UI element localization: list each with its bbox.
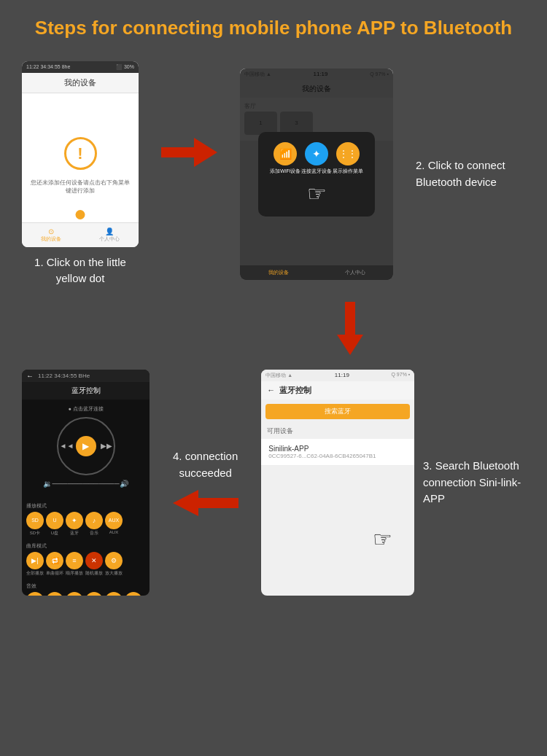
eq-shuffle-icon: ✕ [85, 552, 103, 569]
music-icon: ♪ [85, 512, 103, 529]
mode-icons-row: SD SD卡 U U盘 ✦ 蓝牙 ♪ 音乐 [26, 512, 145, 537]
arrow-down [175, 295, 525, 362]
mode-label-music: 音乐 [90, 530, 98, 537]
device-name: Sinilink-APP [268, 445, 407, 453]
step2-area: 2. Click to connect Bluetooth device [416, 157, 525, 190]
mode-label-aux: AUX [109, 530, 118, 534]
mode-label-bt: 蓝牙 [70, 530, 79, 537]
arrow-down-body [345, 302, 355, 335]
eq-all-icon: ▶| [26, 552, 44, 569]
eq-section: 曲库模式 ▶| 全部播放 🔁 单曲循环 ≡ 顺序播放 ✕ [22, 539, 150, 580]
music-player: ● 点击蓝牙连接 ◄◄ ▶ ▶▶ 🔉─────────────🔊 [22, 400, 150, 499]
footer-user-center: 👤 个人中心 [99, 227, 120, 243]
exclamation-icon: ! [64, 137, 97, 170]
tone-normal-icon: ⊙ [26, 592, 44, 596]
screen4-header: 中国移动 ▲ 11:19 Q 97% ▪ [261, 370, 414, 381]
udisk-icon: U [46, 512, 63, 529]
tone-classic[interactable]: ♩ 古典 [85, 592, 103, 596]
eq-label: 曲库模式 [26, 542, 145, 550]
eq-single-icon: 🔁 [46, 552, 63, 569]
arrow-down-head [337, 335, 363, 355]
screen1-status-left: 11:22 34:34:55 8he [26, 64, 70, 70]
eq-zoom-icon: ⚙ [105, 552, 123, 569]
screen1-status-right: ⬛ 30% [116, 64, 134, 70]
volume-controls: 🔉─────────────🔊 [28, 480, 144, 488]
step4-area: 4. connection succeeded [158, 448, 253, 516]
tone-active[interactable]: ⚡ 活泼 [66, 592, 83, 596]
device-list-item[interactable]: Sinilink-APP 0CC99527-6...C62-04A8-6CB42… [261, 439, 414, 466]
screen-step4: ← 11:22 34:34:55 BHe 蓝牙控制 ● 点击蓝牙连接 ◄◄ ▶ … [22, 370, 150, 596]
tone-jazz[interactable]: 🎷 爵士 [105, 592, 123, 596]
tone-normal[interactable]: ⊙ 正常 [26, 592, 44, 596]
play-button[interactable]: ▶ [76, 436, 96, 456]
wifi-icon: 📶 [274, 142, 297, 165]
eq-seq-icon: ≡ [66, 552, 83, 569]
bt-mode-icon: ✦ [66, 512, 83, 529]
eq-icons-row: ▶| 全部播放 🔁 单曲循环 ≡ 顺序播放 ✕ 随机播放 [26, 552, 145, 577]
popup-footer: 我的设备 个人中心 [240, 265, 393, 280]
arrow-left [173, 490, 238, 516]
screen-step1: 11:22 34:34:55 8he ⬛ 30% 我的设备 ! 您还未添加任何设… [22, 61, 139, 247]
step4-label: 4. connection succeeded [158, 448, 253, 481]
mode-item-music[interactable]: ♪ 音乐 [85, 512, 103, 537]
scan-button[interactable]: 搜索蓝牙 [265, 404, 410, 419]
popup-icons-row: 📶 添加WiFi设备 ✦ 连接蓝牙设备 ⋮⋮ [270, 142, 363, 175]
screen4-nav-title: 蓝牙控制 [279, 385, 311, 396]
eq-item-single[interactable]: 🔁 单曲循环 [46, 552, 63, 577]
mode-item-udisk[interactable]: U U盘 [46, 512, 63, 537]
popup-menu-overlay: 📶 添加WiFi设备 ✦ 连接蓝牙设备 ⋮⋮ [240, 69, 393, 280]
screen1-footer: ⊙ 我的设备 👤 个人中心 [22, 222, 139, 247]
hand-cursor-2: ☞ [270, 181, 363, 206]
popup-wifi-label: 添加WiFi设备 [270, 168, 300, 175]
eq-item-seq[interactable]: ≡ 顺序播放 [66, 552, 83, 577]
tone-active-icon: ⚡ [66, 592, 83, 596]
page-title: Steps for connecting mobile phone APP to… [0, 0, 547, 54]
tone-pop-icon: ♬ [46, 592, 63, 596]
screen4-nav: ← 蓝牙控制 [261, 381, 414, 400]
mode-item-bt[interactable]: ✦ 蓝牙 [66, 512, 83, 537]
arrow-left-body [198, 498, 238, 508]
eq-item-all[interactable]: ▶| 全部播放 [26, 552, 44, 577]
step3-area: 3. Search Bluetooth connection Sini-link… [423, 458, 525, 507]
screen1-hint: 您还未添加任何设备请点击右下角菜单键进行添加 [29, 179, 131, 195]
player-circle: ◄◄ ▶ ▶▶ [57, 417, 115, 475]
mode-label-udisk: U盘 [51, 530, 58, 537]
step3-label: 3. Search Bluetooth connection Sini-link… [423, 458, 525, 507]
mode-label: 播放模式 [26, 502, 145, 510]
screen3-header: ← 11:22 34:34:55 BHe [22, 370, 150, 382]
mode-item-sd[interactable]: SD SD卡 [26, 512, 44, 537]
popup-menu-item[interactable]: ⋮⋮ 展示操作菜单 [333, 142, 363, 175]
tone-pop[interactable]: ♬ 流行 [46, 592, 63, 596]
device-mac: 0CC99527-6...C62-04A8-6CB4265047B1 [268, 453, 407, 459]
screen-step3: 中国移动 ▲ 11:19 Q 97% ▪ ← 蓝牙控制 搜索蓝牙 可用设备 Si… [261, 370, 414, 596]
step1-area: 11:22 34:34:55 8he ⬛ 30% 我的设备 ! 您还未添加任何设… [22, 61, 139, 287]
arrow-right-1 [161, 138, 217, 167]
screen-step2: 中国移动 ▲ 11:19 Q 97% ▪ 我的设备 客厅 1 3 [240, 69, 393, 280]
content-area: 11:22 34:34:55 8he ⬛ 30% 我的设备 ! 您还未添加任何设… [0, 54, 547, 617]
back-icon: ← [26, 372, 34, 380]
step1-label: 1. Click on the little yellow dot [22, 254, 139, 287]
mode-item-aux[interactable]: AUX AUX [105, 512, 123, 537]
tone-label: 音效 [26, 582, 145, 590]
mode-label-sd: SD卡 [30, 530, 40, 537]
menu-icon: ⋮⋮ [336, 142, 360, 165]
arrow-down-shape [337, 302, 363, 355]
screen3-title: 蓝牙控制 [22, 382, 150, 400]
eq-item-shuffle[interactable]: ✕ 随机播放 [85, 552, 103, 577]
eq-item-zoom[interactable]: ⚙ 放大播放 [105, 552, 123, 577]
popup-wifi-item[interactable]: 📶 添加WiFi设备 [270, 142, 300, 175]
row-3: ← 11:22 34:34:55 BHe 蓝牙控制 ● 点击蓝牙连接 ◄◄ ▶ … [22, 370, 525, 596]
screen1-header: 11:22 34:34:55 8he ⬛ 30% [22, 61, 139, 73]
tone-classic-icon: ♩ [85, 592, 103, 596]
tone-section: 音效 ⊙ 正常 ♬ 流行 ⚡ 活泼 ♩ [22, 580, 150, 596]
sd-icon: SD [26, 512, 44, 529]
popup-bt-label: 连接蓝牙设备 [301, 168, 332, 175]
devices-section-title: 可用设备 [261, 424, 414, 439]
arrow-left-head [173, 490, 198, 516]
popup-bt-item[interactable]: ✦ 连接蓝牙设备 [301, 142, 332, 175]
tone-jazz-icon: 🎷 [105, 592, 123, 596]
tone-country[interactable]: 🎵 乡村 [125, 592, 142, 596]
status-dots: ● 点击蓝牙连接 [28, 405, 144, 413]
aux-icon: AUX [105, 512, 123, 529]
screen3-status: 11:22 34:34:55 BHe [38, 373, 90, 379]
